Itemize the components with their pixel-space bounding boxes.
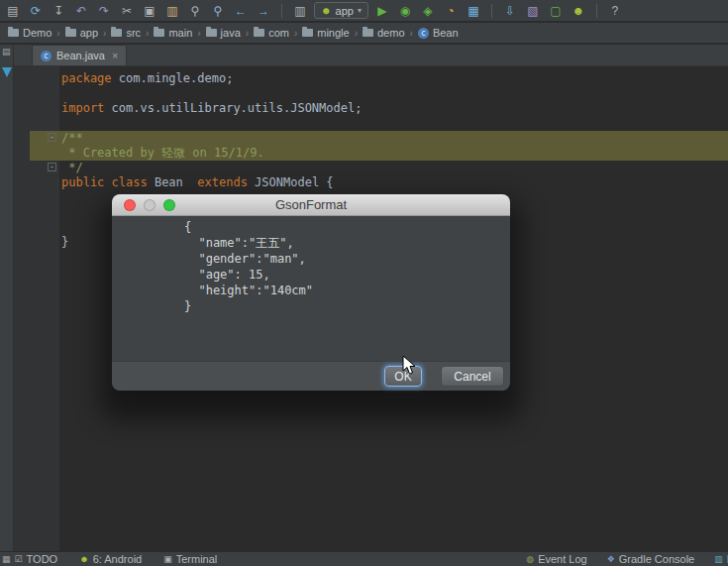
help-icon[interactable]: ? (606, 1, 624, 21)
statusbar-terminal[interactable]: ▣Terminal (163, 553, 217, 565)
code-token: public class (61, 175, 155, 189)
json-line: "gender":"man", (184, 251, 510, 267)
breadcrumb-separator: › (294, 28, 297, 39)
close-window-icon[interactable] (124, 199, 136, 211)
breadcrumb-separator: › (246, 28, 249, 39)
editor-tab-bar: c Bean.java × (14, 45, 728, 66)
folder-icon (254, 29, 264, 37)
minimize-window-icon[interactable] (144, 199, 156, 211)
android-monitor-icon: ☻ (79, 554, 88, 564)
breadcrumb-item-bean[interactable]: cBean (416, 27, 461, 39)
forward-icon[interactable]: → (255, 1, 272, 21)
fold-marker-icon[interactable]: - (48, 133, 56, 142)
breadcrumb-item-main[interactable]: main (152, 27, 194, 39)
cut-icon[interactable]: ✂ (118, 1, 136, 21)
tool-window-stripe: ▤ (0, 45, 14, 551)
code-line: * Created by 轻微 on 15/1/9. (30, 146, 728, 161)
dialog-title-bar[interactable]: GsonFormat (112, 194, 510, 216)
statusbar-memory-indicator[interactable]: ▥Me (714, 553, 728, 565)
window-controls (124, 199, 175, 211)
tab-close-icon[interactable]: × (112, 50, 118, 61)
code-token: com.mingle.demo; (119, 71, 234, 85)
debug-icon[interactable]: ◉ (396, 1, 414, 21)
folder-icon (363, 29, 373, 37)
save-all-icon[interactable]: ↧ (50, 1, 67, 21)
breadcrumb: Demo›app›src›main›java›com›mingle›demo›c… (0, 23, 728, 44)
breadcrumb-label: Bean (433, 27, 459, 39)
paste-icon[interactable]: ▥ (163, 1, 181, 21)
statusbar-todo[interactable]: ☑TODO (15, 553, 58, 565)
editor-tab-bean-java[interactable]: c Bean.java × (32, 45, 127, 65)
breadcrumb-label: main (168, 27, 192, 39)
gradle-console-icon: ❖ (607, 554, 615, 564)
copy-icon[interactable]: ▣ (141, 1, 158, 21)
breadcrumb-item-demo[interactable]: demo (361, 27, 407, 39)
coverage-icon[interactable]: ◈ (419, 1, 437, 21)
json-line: { (184, 219, 510, 235)
code-token: Bean (155, 175, 197, 189)
breadcrumb-item-java[interactable]: java (204, 27, 243, 39)
statusbar-android-monitor[interactable]: ☻6: Android (79, 553, 142, 565)
run-icon[interactable]: ▶ (373, 1, 391, 21)
undo-icon[interactable]: ↶ (72, 1, 90, 21)
breadcrumb-item-com[interactable]: com (252, 27, 291, 39)
redo-icon[interactable]: ↷ (95, 1, 113, 21)
statusbar-left: ☑TODO☻6: Android▣Terminal (15, 553, 527, 565)
breadcrumb-separator: › (410, 28, 413, 39)
project-pane-arrow-icon[interactable] (2, 67, 12, 77)
run-config-combo[interactable]: ☻app▾ (314, 2, 368, 19)
breadcrumb-item-src[interactable]: src (109, 27, 143, 39)
toolbar-divider (596, 4, 597, 18)
breadcrumb-item-mingle[interactable]: mingle (300, 27, 351, 39)
json-line: } (184, 298, 510, 314)
fold-marker-icon[interactable]: - (48, 163, 56, 171)
cancel-button[interactable]: Cancel (441, 366, 504, 387)
stripe-toolwindow-icon[interactable]: ▤ (2, 47, 11, 57)
search-icon[interactable]: ⚲ (186, 1, 204, 21)
code-token: extends (197, 175, 255, 189)
event-log-icon: ◍ (526, 554, 534, 564)
sync-icon[interactable]: ⟳ (27, 1, 45, 21)
profile-icon[interactable]: ◔ (442, 1, 460, 21)
breadcrumb-item-app[interactable]: app (63, 27, 100, 39)
main-toolbar: ▤⟳↧↶↷✂▣▥⚲⚲←→▥☻app▾▶◉◈◔▦⇩▧▢☻? (0, 0, 728, 22)
grid-icon[interactable]: ▦ (465, 1, 482, 21)
code-token: import (61, 101, 112, 115)
code-line (30, 86, 728, 101)
code-line (30, 116, 728, 131)
replace-icon[interactable]: ⚲ (209, 1, 227, 21)
folder-icon (111, 29, 122, 37)
zoom-window-icon[interactable] (163, 199, 175, 211)
toolbar-divider (491, 4, 492, 18)
code-token: /** (61, 131, 83, 145)
sdk-manager-icon[interactable]: ☻ (570, 1, 587, 21)
status-bar: ▦ ☑TODO☻6: Android▣Terminal ◍Event Log❖G… (0, 551, 728, 566)
code-line: */ (30, 161, 728, 175)
avd-manager-icon[interactable]: ▢ (547, 1, 565, 21)
breadcrumb-label: com (268, 27, 289, 39)
code-line: package com.mingle.demo; (30, 71, 728, 86)
breadcrumb-separator: › (146, 28, 149, 39)
back-icon[interactable]: ← (232, 1, 250, 21)
monitor-icon[interactable]: ▧ (524, 1, 542, 21)
device-explorer-icon[interactable]: ⇩ (501, 1, 519, 21)
chevron-down-icon: ▾ (358, 6, 362, 15)
toolwindow-toggle-icon[interactable]: ▦ (0, 554, 15, 564)
open-icon[interactable]: ▤ (4, 1, 22, 21)
breadcrumb-separator: › (355, 28, 358, 39)
class-icon: c (418, 28, 429, 39)
statusbar-event-log[interactable]: ◍Event Log (526, 553, 586, 565)
terminal-icon: ▣ (163, 554, 172, 564)
breadcrumb-item-demo[interactable]: Demo (6, 27, 53, 39)
run-config-label: app (336, 5, 354, 17)
statusbar-gradle-console[interactable]: ❖Gradle Console (607, 553, 695, 565)
json-line: "name":"王五", (184, 235, 510, 251)
mouse-cursor (402, 355, 418, 377)
folder-icon (8, 29, 19, 37)
dialog-json-editor[interactable]: { "name":"王五", "gender":"man", "age": 15… (112, 216, 510, 361)
folder-icon (154, 29, 164, 37)
run-config-settings-icon[interactable]: ▥ (291, 1, 309, 21)
breadcrumb-separator: › (56, 28, 59, 39)
json-input-text: { "name":"王五", "gender":"man", "age": 15… (184, 219, 510, 314)
dialog-title: GsonFormat (275, 197, 347, 212)
